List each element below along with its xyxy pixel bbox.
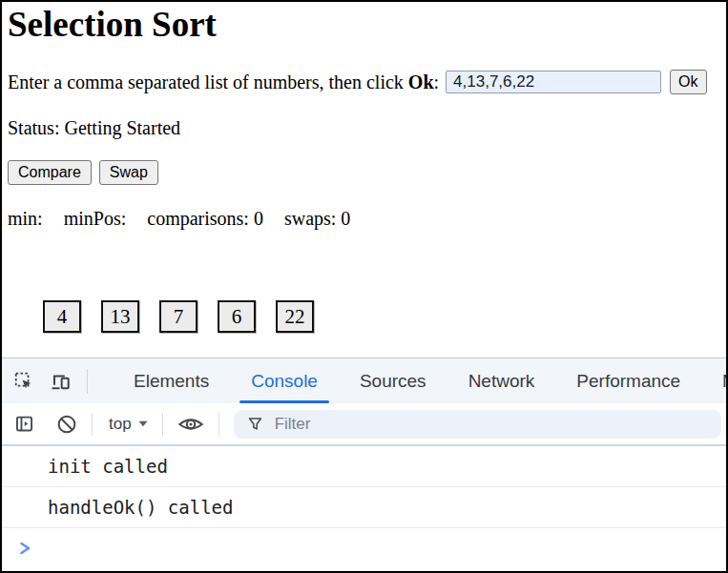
action-buttons-row: Compare Swap bbox=[8, 160, 166, 185]
toolbar-separator bbox=[218, 413, 219, 436]
devtools-tab[interactable]: Console bbox=[230, 358, 339, 403]
devtools-tab[interactable]: Performance bbox=[555, 358, 701, 403]
toolbar-separator bbox=[162, 413, 163, 436]
devtools-tab[interactable]: Elements bbox=[113, 358, 230, 403]
device-toolbar-icon[interactable] bbox=[51, 371, 72, 392]
page-content: Selection Sort Enter a comma separated l… bbox=[2, 2, 726, 358]
array-value: 6 bbox=[232, 305, 242, 329]
array-value-box: 7 bbox=[159, 300, 198, 333]
entry-label-bold: Ok bbox=[408, 72, 434, 93]
status-text: Status: Getting Started bbox=[8, 117, 180, 139]
devtools-tab-label: Elements bbox=[134, 371, 209, 392]
console-messages-area: init called handleOk() called bbox=[2, 446, 726, 571]
clear-console-icon[interactable] bbox=[56, 414, 77, 435]
console-filter-box[interactable] bbox=[234, 410, 721, 439]
array-value-box: 22 bbox=[276, 300, 314, 333]
context-selector[interactable]: top bbox=[109, 415, 148, 434]
filter-input[interactable] bbox=[275, 415, 721, 434]
tabbar-separator bbox=[87, 369, 88, 394]
stat-text: min: bbox=[8, 208, 43, 230]
console-toolbar: top bbox=[2, 403, 726, 446]
devtools-tab-label: Sources bbox=[360, 371, 426, 392]
console-log-row: handleOk() called bbox=[2, 487, 726, 528]
devtools-tab-label: Performance bbox=[576, 371, 680, 392]
entry-label: Enter a comma separated list of numbers,… bbox=[8, 72, 404, 93]
stats-row: min: minPos: comparisons: 0 swaps: 0 bbox=[8, 208, 371, 230]
inspect-element-icon[interactable] bbox=[13, 371, 33, 391]
ok-button[interactable]: Ok bbox=[670, 70, 706, 94]
number-entry-row: Enter a comma separated list of numbers,… bbox=[8, 70, 707, 94]
action-button[interactable]: Swap bbox=[99, 160, 158, 185]
show-console-sidebar-icon[interactable] bbox=[14, 414, 34, 434]
chevron-down-icon bbox=[138, 420, 148, 427]
filter-funnel-icon bbox=[247, 416, 263, 432]
toolbar-separator bbox=[92, 413, 93, 436]
console-message-list: init called handleOk() called bbox=[2, 446, 726, 528]
action-button-label: Swap bbox=[110, 164, 148, 180]
devtools-tab-label: Console bbox=[251, 371, 318, 392]
array-value: 13 bbox=[111, 305, 131, 329]
action-button[interactable]: Compare bbox=[8, 160, 92, 185]
page-title: Selection Sort bbox=[8, 4, 217, 45]
array-value-box: 6 bbox=[218, 300, 256, 333]
stat-text: swaps: 0 bbox=[284, 208, 350, 230]
numbers-input[interactable] bbox=[446, 71, 661, 93]
devtools-tab[interactable]: Sources bbox=[339, 358, 447, 403]
array-value-box: 13 bbox=[101, 300, 139, 333]
array-value-box: 4 bbox=[43, 300, 81, 333]
array-value: 22 bbox=[285, 305, 305, 329]
stat-text: minPos: bbox=[64, 208, 127, 230]
devtools-tab[interactable]: Network bbox=[447, 358, 556, 403]
eye-icon[interactable] bbox=[177, 414, 204, 435]
entry-label-colon: : bbox=[434, 72, 440, 93]
devtools-tab[interactable]: Memory bbox=[701, 358, 726, 403]
selection-sort-app-window: Selection Sort Enter a comma separated l… bbox=[0, 0, 728, 573]
console-log-text: handleOk() called bbox=[48, 497, 233, 518]
console-prompt-chevron-icon bbox=[18, 541, 32, 556]
array-boxes-row: 4 13 7 6 22 bbox=[43, 300, 334, 333]
console-input-row[interactable] bbox=[2, 528, 726, 556]
devtools-tab-label: Memory bbox=[722, 371, 726, 392]
console-log-text: init called bbox=[48, 456, 168, 477]
devtools-tab-bar: Elements Console Sources Network Perform… bbox=[2, 358, 726, 403]
devtools-tabs: Elements Console Sources Network Perform… bbox=[113, 358, 726, 403]
array-value: 4 bbox=[57, 305, 68, 329]
context-selector-label: top bbox=[109, 415, 132, 434]
devtools-tab-label: Network bbox=[468, 371, 535, 392]
devtools-panel: Elements Console Sources Network Perform… bbox=[2, 358, 726, 571]
stat-text: comparisons: 0 bbox=[147, 208, 263, 230]
array-value: 7 bbox=[174, 305, 184, 329]
action-button-label: Compare bbox=[18, 164, 81, 180]
console-log-row: init called bbox=[2, 446, 726, 487]
